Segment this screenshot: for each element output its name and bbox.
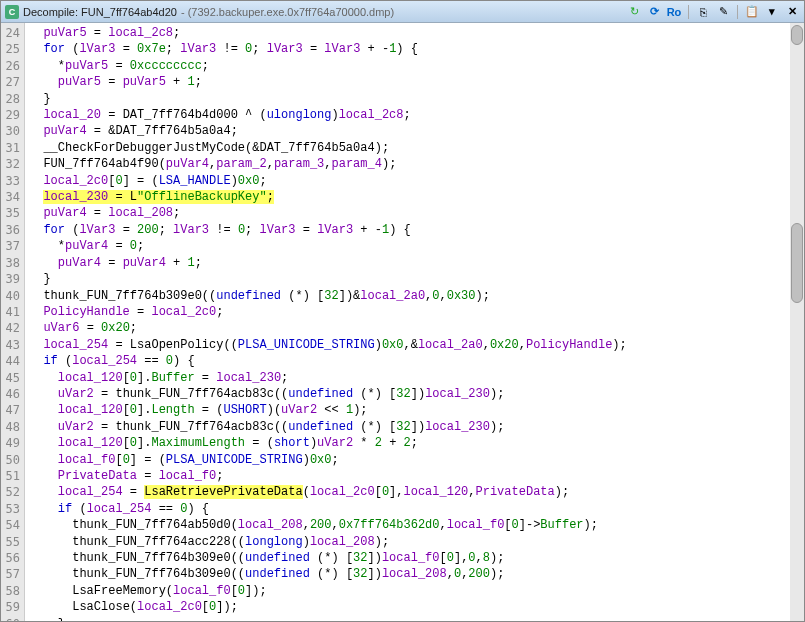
editor-content: 2425262728293031323334353637383940414243… bbox=[1, 23, 804, 621]
line-number: 33 bbox=[1, 173, 20, 189]
line-number: 40 bbox=[1, 288, 20, 304]
line-number: 41 bbox=[1, 304, 20, 320]
code-line: thunk_FUN_7ff764b309e0((undefined (*) [3… bbox=[29, 550, 804, 566]
line-number: 36 bbox=[1, 222, 20, 238]
code-line: local_254 = LsaRetrievePrivateData(local… bbox=[29, 484, 804, 500]
line-number: 42 bbox=[1, 320, 20, 336]
line-number: 39 bbox=[1, 271, 20, 287]
code-line: thunk_FUN_7ff764b309e0((undefined (*) [3… bbox=[29, 566, 804, 582]
line-number: 34 bbox=[1, 189, 20, 205]
code-line: FUN_7ff764ab4f90(puVar4,param_2,param_3,… bbox=[29, 156, 804, 172]
code-line: puVar4 = &DAT_7ff764b5a0a4; bbox=[29, 123, 804, 139]
line-number: 24 bbox=[1, 25, 20, 41]
code-line: local_230 = L"OfflineBackupKey"; bbox=[29, 189, 804, 205]
window-title: Decompile: FUN_7ff764ab4d20 bbox=[23, 6, 177, 18]
code-line: for (lVar3 = 200; lVar3 != 0; lVar3 = lV… bbox=[29, 222, 804, 238]
minimize-icon[interactable]: ▾ bbox=[764, 4, 780, 20]
code-line: *puVar5 = 0xcccccccc; bbox=[29, 58, 804, 74]
code-line: local_f0[0] = (PLSA_UNICODE_STRING)0x0; bbox=[29, 452, 804, 468]
code-line: thunk_FUN_7ff764b309e0((undefined (*) [3… bbox=[29, 288, 804, 304]
code-line: local_254 = LsaOpenPolicy((PLSA_UNICODE_… bbox=[29, 337, 804, 353]
line-number: 47 bbox=[1, 402, 20, 418]
copy-icon[interactable]: ⎘ bbox=[695, 4, 711, 20]
code-line: local_20 = DAT_7ff764b4d000 ^ (ulonglong… bbox=[29, 107, 804, 123]
code-line: local_120[0].MaximumLength = (short)uVar… bbox=[29, 435, 804, 451]
app-icon: C bbox=[5, 5, 19, 19]
code-line: puVar5 = puVar5 + 1; bbox=[29, 74, 804, 90]
line-number: 60 bbox=[1, 616, 20, 621]
line-number: 49 bbox=[1, 435, 20, 451]
code-line: LsaFreeMemory(local_f0[0]); bbox=[29, 583, 804, 599]
line-number: 26 bbox=[1, 58, 20, 74]
code-line: thunk_FUN_7ff764ab50d0(local_208,200,0x7… bbox=[29, 517, 804, 533]
line-number: 30 bbox=[1, 123, 20, 139]
line-number: 44 bbox=[1, 353, 20, 369]
line-number: 58 bbox=[1, 583, 20, 599]
line-number: 28 bbox=[1, 91, 20, 107]
refresh-icon[interactable]: ↻ bbox=[626, 4, 642, 20]
line-number: 45 bbox=[1, 370, 20, 386]
close-icon[interactable]: ✕ bbox=[784, 4, 800, 20]
code-line: puVar4 = local_208; bbox=[29, 205, 804, 221]
code-line: } bbox=[29, 91, 804, 107]
code-line: local_120[0].Buffer = local_230; bbox=[29, 370, 804, 386]
code-line: __CheckForDebuggerJustMyCode(&DAT_7ff764… bbox=[29, 140, 804, 156]
titlebar: C Decompile: FUN_7ff764ab4d20 - (7392.ba… bbox=[1, 1, 804, 23]
code-line: uVar2 = thunk_FUN_7ff764acb83c((undefine… bbox=[29, 419, 804, 435]
line-gutter: 2425262728293031323334353637383940414243… bbox=[1, 23, 25, 621]
line-number: 27 bbox=[1, 74, 20, 90]
line-number: 56 bbox=[1, 550, 20, 566]
code-line: if (local_254 == 0) { bbox=[29, 501, 804, 517]
line-number: 59 bbox=[1, 599, 20, 615]
paste-icon[interactable]: 📋 bbox=[744, 4, 760, 20]
line-number: 31 bbox=[1, 140, 20, 156]
code-line: *puVar4 = 0; bbox=[29, 238, 804, 254]
code-line: for (lVar3 = 0x7e; lVar3 != 0; lVar3 = l… bbox=[29, 41, 804, 57]
line-number: 48 bbox=[1, 419, 20, 435]
line-number: 43 bbox=[1, 337, 20, 353]
line-number: 50 bbox=[1, 452, 20, 468]
line-number: 46 bbox=[1, 386, 20, 402]
code-line: } bbox=[29, 271, 804, 287]
code-line: PolicyHandle = local_2c0; bbox=[29, 304, 804, 320]
code-line: local_120[0].Length = (USHORT)(uVar2 << … bbox=[29, 402, 804, 418]
separator bbox=[737, 5, 738, 19]
line-number: 57 bbox=[1, 566, 20, 582]
scrollbar-thumb[interactable] bbox=[791, 25, 803, 45]
code-line: local_2c0[0] = (LSA_HANDLE)0x0; bbox=[29, 173, 804, 189]
line-number: 25 bbox=[1, 41, 20, 57]
code-line: LsaClose(local_2c0[0]); bbox=[29, 599, 804, 615]
code-line: if (local_254 == 0) { bbox=[29, 353, 804, 369]
line-number: 54 bbox=[1, 517, 20, 533]
code-line: PrivateData = local_f0; bbox=[29, 468, 804, 484]
code-line: } bbox=[29, 616, 804, 621]
line-number: 32 bbox=[1, 156, 20, 172]
code-line: uVar2 = thunk_FUN_7ff764acb83c((undefine… bbox=[29, 386, 804, 402]
ro-button[interactable]: Ro bbox=[666, 4, 682, 20]
toolbar: ↻ ⟳ Ro ⎘ ✎ 📋 ▾ ✕ bbox=[626, 4, 800, 20]
line-number: 29 bbox=[1, 107, 20, 123]
line-number: 52 bbox=[1, 484, 20, 500]
code-line: uVar6 = 0x20; bbox=[29, 320, 804, 336]
scrollbar-thumb[interactable] bbox=[791, 223, 803, 303]
line-number: 38 bbox=[1, 255, 20, 271]
line-number: 35 bbox=[1, 205, 20, 221]
edit-icon[interactable]: ✎ bbox=[715, 4, 731, 20]
decompile-window: C Decompile: FUN_7ff764ab4d20 - (7392.ba… bbox=[0, 0, 805, 622]
window-subtitle: - (7392.backuper.exe.0x7ff764a70000.dmp) bbox=[181, 6, 622, 18]
line-number: 55 bbox=[1, 534, 20, 550]
nav-icon[interactable]: ⟳ bbox=[646, 4, 662, 20]
code-line: puVar4 = puVar4 + 1; bbox=[29, 255, 804, 271]
code-line: thunk_FUN_7ff764acc228((longlong)local_2… bbox=[29, 534, 804, 550]
separator bbox=[688, 5, 689, 19]
line-number: 51 bbox=[1, 468, 20, 484]
scrollbar[interactable] bbox=[790, 23, 804, 621]
code-line: puVar5 = local_2c8; bbox=[29, 25, 804, 41]
line-number: 37 bbox=[1, 238, 20, 254]
code-area[interactable]: puVar5 = local_2c8; for (lVar3 = 0x7e; l… bbox=[25, 23, 804, 621]
line-number: 53 bbox=[1, 501, 20, 517]
